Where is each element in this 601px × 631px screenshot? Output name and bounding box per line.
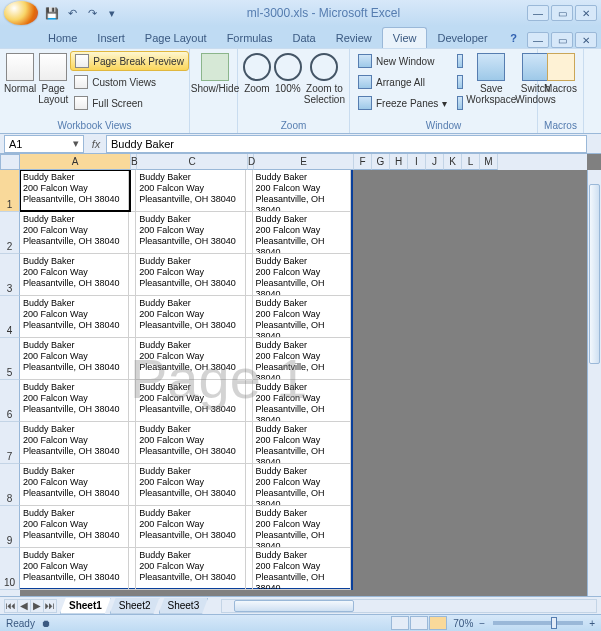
tab-view[interactable]: View [382, 27, 428, 48]
minimize-button[interactable]: — [527, 5, 549, 21]
cell-E7[interactable]: Buddy Baker200 Falcon WayPleasantville, … [253, 422, 351, 463]
cell-B2[interactable] [129, 212, 136, 253]
row-header-2[interactable]: 2 [0, 212, 20, 254]
fx-button[interactable]: fx [86, 138, 106, 150]
page-break-preview-button[interactable]: Page Break Preview [70, 51, 189, 71]
sheet-tab-3[interactable]: Sheet3 [159, 598, 209, 614]
cell-A10[interactable]: Buddy Baker200 Falcon WayPleasantville, … [20, 548, 129, 589]
horizontal-scrollbar[interactable] [221, 599, 597, 613]
zoom-in-button[interactable]: + [589, 618, 595, 629]
tab-insert[interactable]: Insert [87, 28, 135, 48]
cell-A7[interactable]: Buddy Baker200 Falcon WayPleasantville, … [20, 422, 129, 463]
cell-D2[interactable] [246, 212, 253, 253]
zoom-button[interactable]: Zoom [242, 51, 272, 115]
macro-record-icon[interactable]: ⏺ [41, 618, 51, 629]
doc-close-button[interactable]: ✕ [575, 32, 597, 48]
split-button[interactable] [453, 51, 467, 71]
cell-B9[interactable] [129, 506, 136, 547]
tab-home[interactable]: Home [38, 28, 87, 48]
view-normal-button[interactable] [391, 616, 409, 630]
column-header-L[interactable]: L [462, 154, 480, 170]
sheet-area[interactable]: Buddy Baker200 Falcon WayPleasantville, … [20, 170, 587, 596]
vertical-scroll-thumb[interactable] [589, 184, 600, 364]
save-icon[interactable]: 💾 [44, 5, 60, 21]
doc-minimize-button[interactable]: — [527, 32, 549, 48]
zoom-out-button[interactable]: − [479, 618, 485, 629]
full-screen-button[interactable]: Full Screen [70, 93, 189, 113]
cell-E5[interactable]: Buddy Baker200 Falcon WayPleasantville, … [253, 338, 351, 379]
view-pagebreak-button[interactable] [429, 616, 447, 630]
cell-D3[interactable] [246, 254, 253, 295]
cell-A9[interactable]: Buddy Baker200 Falcon WayPleasantville, … [20, 506, 129, 547]
column-header-C[interactable]: C [137, 154, 248, 170]
tab-data[interactable]: Data [282, 28, 325, 48]
cell-D8[interactable] [246, 464, 253, 505]
cell-C3[interactable]: Buddy Baker200 Falcon WayPleasantville, … [136, 254, 245, 295]
cell-B5[interactable] [129, 338, 136, 379]
cell-E8[interactable]: Buddy Baker200 Falcon WayPleasantville, … [253, 464, 351, 505]
column-header-H[interactable]: H [390, 154, 408, 170]
tab-developer[interactable]: Developer [427, 28, 497, 48]
tab-next-icon[interactable]: ▶ [30, 599, 44, 613]
row-header-6[interactable]: 6 [0, 380, 20, 422]
cell-A4[interactable]: Buddy Baker200 Falcon WayPleasantville, … [20, 296, 129, 337]
row-header-4[interactable]: 4 [0, 296, 20, 338]
column-header-M[interactable]: M [480, 154, 498, 170]
name-box-dropdown-icon[interactable]: ▾ [73, 137, 79, 150]
cell-E1[interactable]: Buddy Baker200 Falcon WayPleasantville, … [253, 170, 351, 211]
cell-E4[interactable]: Buddy Baker200 Falcon WayPleasantville, … [253, 296, 351, 337]
close-button[interactable]: ✕ [575, 5, 597, 21]
cell-B8[interactable] [129, 464, 136, 505]
cell-D5[interactable] [246, 338, 253, 379]
column-header-F[interactable]: F [354, 154, 372, 170]
cell-B10[interactable] [129, 548, 136, 589]
column-header-J[interactable]: J [426, 154, 444, 170]
tab-formulas[interactable]: Formulas [217, 28, 283, 48]
cell-C4[interactable]: Buddy Baker200 Falcon WayPleasantville, … [136, 296, 245, 337]
cell-A6[interactable]: Buddy Baker200 Falcon WayPleasantville, … [20, 380, 129, 421]
row-header-9[interactable]: 9 [0, 506, 20, 548]
column-header-G[interactable]: G [372, 154, 390, 170]
arrange-all-button[interactable]: Arrange All [354, 72, 451, 92]
undo-icon[interactable]: ↶ [64, 5, 80, 21]
cell-B4[interactable] [129, 296, 136, 337]
cell-C8[interactable]: Buddy Baker200 Falcon WayPleasantville, … [136, 464, 245, 505]
zoom-slider[interactable] [493, 621, 583, 625]
cell-C5[interactable]: Buddy Baker200 Falcon WayPleasantville, … [136, 338, 245, 379]
zoom-selection-button[interactable]: Zoom to Selection [304, 51, 345, 115]
cell-B7[interactable] [129, 422, 136, 463]
cell-C6[interactable]: Buddy Baker200 Falcon WayPleasantville, … [136, 380, 245, 421]
tab-review[interactable]: Review [326, 28, 382, 48]
hide-button[interactable] [453, 72, 467, 92]
cell-C7[interactable]: Buddy Baker200 Falcon WayPleasantville, … [136, 422, 245, 463]
help-icon[interactable]: ? [500, 28, 527, 48]
row-header-8[interactable]: 8 [0, 464, 20, 506]
cell-B1[interactable] [129, 170, 136, 211]
cell-E6[interactable]: Buddy Baker200 Falcon WayPleasantville, … [253, 380, 351, 421]
cell-A1[interactable]: Buddy Baker200 Falcon WayPleasantville, … [20, 170, 129, 211]
cell-D7[interactable] [246, 422, 253, 463]
cell-D4[interactable] [246, 296, 253, 337]
tab-last-icon[interactable]: ⏭ [43, 599, 57, 613]
zoom-value[interactable]: 70% [453, 618, 473, 629]
doc-restore-button[interactable]: ▭ [551, 32, 573, 48]
show-hide-button[interactable]: Show/Hide [194, 51, 236, 115]
cell-D1[interactable] [246, 170, 253, 211]
freeze-panes-button[interactable]: Freeze Panes▾ [354, 93, 451, 113]
cell-A5[interactable]: Buddy Baker200 Falcon WayPleasantville, … [20, 338, 129, 379]
view-pagelayout-button[interactable] [410, 616, 428, 630]
cell-D10[interactable] [246, 548, 253, 589]
tab-page-layout[interactable]: Page Layout [135, 28, 217, 48]
normal-button[interactable]: Normal [4, 51, 36, 115]
cell-E2[interactable]: Buddy Baker200 Falcon WayPleasantville, … [253, 212, 351, 253]
cell-E10[interactable]: Buddy Baker200 Falcon WayPleasantville, … [253, 548, 351, 589]
horizontal-scroll-thumb[interactable] [234, 600, 354, 612]
column-header-E[interactable]: E [254, 154, 354, 170]
save-workspace-button[interactable]: Save Workspace [469, 51, 513, 115]
cell-B3[interactable] [129, 254, 136, 295]
macros-button[interactable]: Macros [542, 51, 579, 115]
row-header-1[interactable]: 1 [0, 170, 20, 212]
row-header-3[interactable]: 3 [0, 254, 20, 296]
column-header-K[interactable]: K [444, 154, 462, 170]
new-window-button[interactable]: New Window [354, 51, 451, 71]
